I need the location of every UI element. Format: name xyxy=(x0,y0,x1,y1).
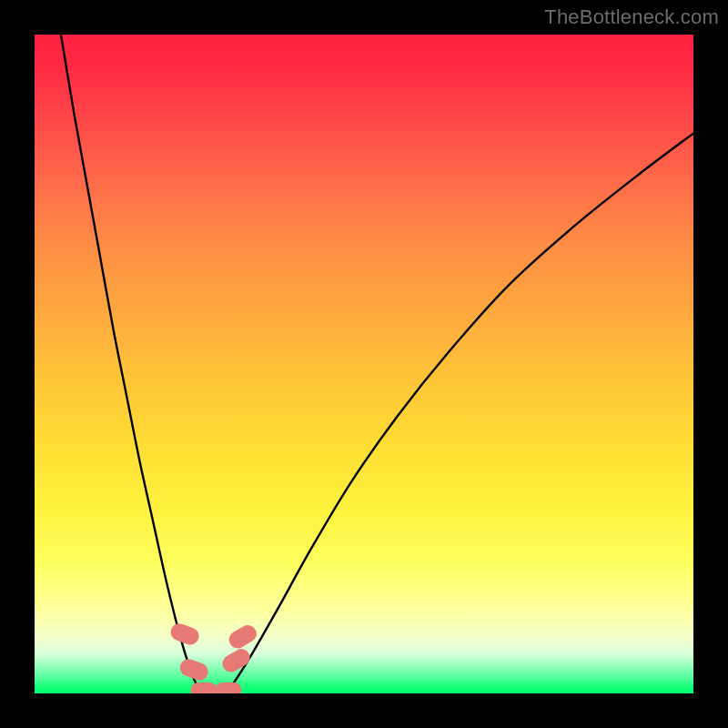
left-marker-lower xyxy=(177,657,210,683)
watermark: TheBottleneck.com xyxy=(544,5,719,29)
floor-marker-left xyxy=(191,682,217,693)
right-marker-lower xyxy=(219,646,253,675)
left-marker-upper xyxy=(168,622,201,648)
series-group xyxy=(61,35,693,693)
series-left-branch xyxy=(61,35,203,693)
chart-frame: TheBottleneck.com xyxy=(0,0,728,728)
series-right-branch xyxy=(226,134,693,693)
plot-area xyxy=(35,35,693,693)
right-marker-upper xyxy=(226,622,259,652)
curve-layer xyxy=(35,35,693,693)
floor-marker-right xyxy=(215,682,241,693)
marker-group xyxy=(168,622,259,693)
